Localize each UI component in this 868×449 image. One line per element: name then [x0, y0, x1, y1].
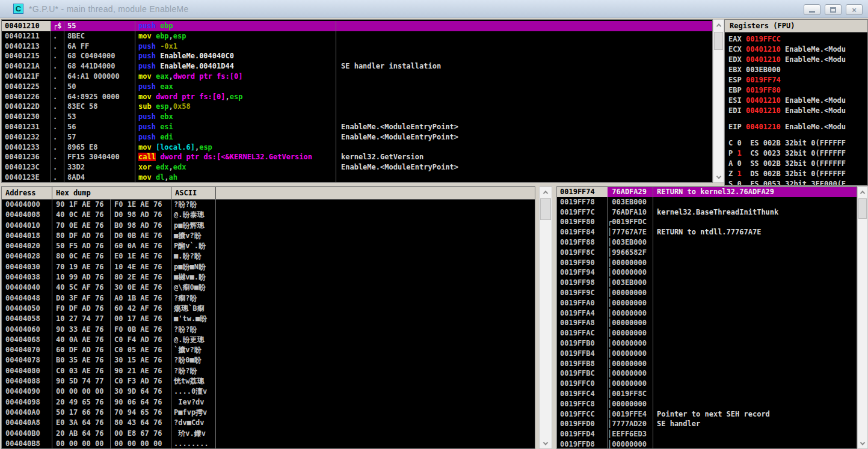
stack-row[interactable]: 0019FFD4│EEFF6ED3 [557, 429, 857, 439]
stack-row[interactable]: 0019FF78 003EB000 [557, 197, 857, 207]
hexdump-row[interactable]: 0040407060 DF AD 76C0 05 AE 76`攮v?盼 [2, 345, 535, 355]
flag-row[interactable]: C 0 ES 002B 32bit 0(FFFFFF [728, 138, 867, 148]
stack-row[interactable]: 0019FF94│00000000 [557, 267, 857, 278]
hexdump-row[interactable]: 0040400840 0C AE 76D0 98 AD 76@.盼泰璁 [2, 210, 535, 220]
register-row[interactable]: EBP 0019FF80 [728, 85, 867, 96]
stack-row[interactable]: 0019FFB8│00000000 [557, 359, 857, 369]
scroll-up-button[interactable] [858, 187, 867, 197]
scroll-thumb[interactable] [540, 198, 551, 220]
hexdump-row[interactable]: 0040409000 00 00 0030 9D 64 76....0澶v [2, 386, 535, 397]
stack-scrollbar[interactable] [857, 186, 868, 449]
stack-row[interactable]: 0019FF9C│00000000 [557, 288, 857, 298]
stack-row[interactable]: 0019FFD8│00000000 [557, 439, 857, 449]
stack-row[interactable]: 0019FFA8│00000000 [557, 318, 857, 328]
hexdump-row[interactable]: 0040401070 0E AE 76B0 98 AD 76p■盼辉璁 [2, 221, 535, 231]
stack-row[interactable]: 0019FF80┌0019FFDC [557, 217, 857, 227]
disasm-row[interactable]: 00401230.53push ebx [2, 112, 712, 122]
register-row[interactable]: ECX 00401210 EnableMe.<Modu [728, 44, 867, 55]
hexdump-row[interactable]: 00404050F0 DF AD 7660 42 AF 76痬璁`B痸 [2, 304, 535, 314]
stack-row[interactable]: 0019FFB0│00000000 [557, 338, 857, 349]
stack-value: │00000000 [608, 368, 653, 379]
stack-row[interactable]: 0019FF7C 76ADFA10kernel32.BaseThreadInit… [557, 207, 857, 218]
hexdump-row[interactable]: 0040405810 27 74 7700 17 AE 76■'tw.■盼 [2, 314, 535, 324]
disasm-row[interactable]: 00401231.56push esiEnableMe.<ModuleEntry… [2, 122, 712, 132]
disasm-row[interactable]: 00401232.57push ediEnableMe.<ModuleEntry… [2, 132, 712, 142]
disasm-row[interactable]: 00401236.FF15 3040400call dword ptr ds:[… [2, 152, 712, 162]
disasm-row[interactable]: 00401210┌$55push ebp [2, 21, 712, 31]
hexdump-row[interactable]: 0040403810 99 AD 7680 2E AE 76■樾v■.盼 [2, 272, 535, 283]
titlebar[interactable]: C *G.P.U* - main thread, module EnableMe… [0, 0, 868, 18]
register-row[interactable]: ESI 00401210 EnableMe.<Modu [728, 96, 867, 106]
stack-row[interactable]: 0019FF8C│9966582F [557, 248, 857, 258]
disasm-row[interactable]: 00401215.68 C0404000push EnableMe.004040… [2, 51, 712, 61]
register-row[interactable]: EIP 00401210 EnableMe.<Modu [728, 122, 867, 132]
stack-row[interactable]: 0019FFAC│00000000 [557, 328, 857, 338]
disasm-row[interactable]: 0040121A.68 441D4000push EnableMe.00401D… [2, 61, 712, 72]
scroll-up-button[interactable] [713, 20, 724, 30]
disassembly-scrollbar[interactable] [713, 19, 724, 183]
hexdump-row[interactable]: 0040402050 F5 AD 7660 0A AE 76P醐v`.盼 [2, 241, 535, 251]
hexdump-row[interactable]: 0040404040 5C AF 7630 0E AE 76@\痸0■盼 [2, 283, 535, 293]
hexdump-row[interactable]: 0040408890 5D 74 77C0 F3 AD 76恍tw荔璁 [2, 376, 535, 386]
stack-row[interactable]: 0019FFD0│7777AD20SE handler [557, 419, 857, 429]
close-button[interactable]: × [846, 4, 863, 15]
hexdump-bytes-2: 30 15 AE 76 [111, 355, 171, 365]
register-row[interactable]: EDX 00401210 EnableMe.<Modu [728, 55, 867, 65]
register-row[interactable]: EBX 003EB000 [728, 65, 867, 75]
maximize-button[interactable] [825, 4, 842, 15]
hexdump-row[interactable]: 00404078B0 35 AE 7630 15 AE 76?盼0■盼 [2, 355, 535, 365]
stack-row[interactable]: 0019FFA0│00000000 [557, 298, 857, 308]
hexdump-row[interactable]: 004040A8E0 3A 64 7680 43 64 76?dv■Cdv [2, 418, 535, 428]
hexdump-row[interactable]: 004040B800 00 00 0000 00 00 00........ [2, 439, 535, 449]
hexdump-row[interactable]: 0040406090 33 AE 76F0 0B AE 76?盼?盼 [2, 325, 535, 335]
stack-row[interactable]: 0019FFC0│00000000 [557, 379, 857, 389]
flag-row[interactable]: Z 1 DS 002B 32bit 0(FFFFFF [728, 169, 867, 179]
disasm-row[interactable]: 0040122D.83EC 58sub esp,0x58 [2, 102, 712, 112]
flag-row[interactable]: A 0 SS 002B 32bit 0(FFFFFF [728, 159, 867, 169]
hexdump-row[interactable]: 004040A050 17 66 7670 94 65 76P■fvp摴v [2, 408, 535, 418]
flag-row[interactable]: S 0 FS 0053 32bit 3EE000(F [728, 179, 867, 186]
scroll-thumb[interactable] [714, 32, 723, 50]
hexdump-row[interactable]: 00404048D0 3F AF 76A0 1B AE 76?痸?盼 [2, 293, 535, 304]
disasm-decoration: . [51, 102, 64, 112]
stack-row[interactable]: 0019FF84│77767A7ERETURN to ntdll.77767A7… [557, 227, 857, 237]
hexdump-row[interactable]: 00404080C0 03 AE 7690 21 AE 76?盼?盼 [2, 366, 535, 376]
hexdump-row[interactable]: 0040409820 49 65 7690 06 64 76 Iev?dv [2, 397, 535, 408]
stack-row[interactable]: 0019FFC8│00000000 [557, 399, 857, 409]
stack-row[interactable]: 0019FFC4│0019FF8C [557, 389, 857, 399]
stack-row[interactable]: 0019FFBC│00000000 [557, 368, 857, 379]
stack-row[interactable]: 0019FFCC│0019FFE4Pointer to next SEH rec… [557, 409, 857, 420]
stack-address: 0019FF90 [557, 258, 608, 268]
stack-row[interactable]: 0019FF88│003EB000 [557, 237, 857, 248]
disasm-row[interactable]: 0040123E.8AD4mov dl,ah [2, 173, 712, 183]
scroll-down-button[interactable] [858, 438, 867, 448]
stack-row[interactable]: 0019FFB4│00000000 [557, 349, 857, 359]
disasm-row[interactable]: 0040121F.64:A1 000000mov eax,dword ptr f… [2, 72, 712, 82]
minimize-button[interactable] [804, 4, 820, 15]
scroll-down-button[interactable] [713, 172, 724, 182]
stack-row[interactable]: 0019FFA4│00000000 [557, 308, 857, 319]
hexdump-row[interactable]: 0040403070 19 AE 7610 4E AE 76p■盼■N盼 [2, 262, 535, 272]
hexdump-row[interactable]: 0040401880 DF AD 76D0 0B AE 76■攮v?盼 [2, 231, 535, 241]
scroll-thumb[interactable] [858, 198, 867, 219]
disasm-row[interactable]: 00401211.8BECmov ebp,esp [2, 31, 712, 41]
disasm-row[interactable]: 0040123C.33D2xor edx,edxEnableMe.<Module… [2, 162, 712, 173]
scroll-down-button[interactable] [540, 438, 552, 448]
disasm-row[interactable]: 00401225.50push eax [2, 82, 712, 92]
register-row[interactable]: ESP 0019FF74 [728, 75, 867, 85]
hexdump-scrollbar[interactable] [539, 186, 552, 449]
disasm-row[interactable]: 00401233.8965 E8mov [local.6],esp [2, 142, 712, 153]
register-row[interactable]: EAX 0019FFCC [728, 34, 867, 44]
hexdump-row[interactable]: 0040402880 0C AE 76E0 1E AE 76■.盼?盼 [2, 251, 535, 261]
hexdump-row[interactable]: 0040406840 0A AE 76C0 F4 AD 76@.盼更璁 [2, 335, 535, 345]
flag-row[interactable]: P 1 CS 0023 32bit 0(FFFFFF [728, 148, 867, 159]
scroll-up-button[interactable] [540, 187, 552, 197]
hexdump-row[interactable]: 0040400090 1F AE 76F0 1E AE 76?盼?盼 [2, 200, 535, 210]
stack-row[interactable]: 0019FF98│003EB000 [557, 278, 857, 288]
stack-row[interactable]: 0019FF90│00000000 [557, 258, 857, 268]
disasm-row[interactable]: 00401226.64:8925 0000mov dword ptr fs:[0… [2, 92, 712, 102]
register-row[interactable]: EDI 00401210 EnableMe.<Modu [728, 106, 867, 116]
hexdump-row[interactable]: 004040B020 AB 64 7600 E8 67 76 玠v.鑗v [2, 429, 535, 439]
disasm-row[interactable]: 00401213.6A FFpush -0x1 [2, 41, 712, 52]
stack-row[interactable]: 0019FF74 76ADFA29RETURN to kernel32.76AD… [557, 187, 857, 197]
